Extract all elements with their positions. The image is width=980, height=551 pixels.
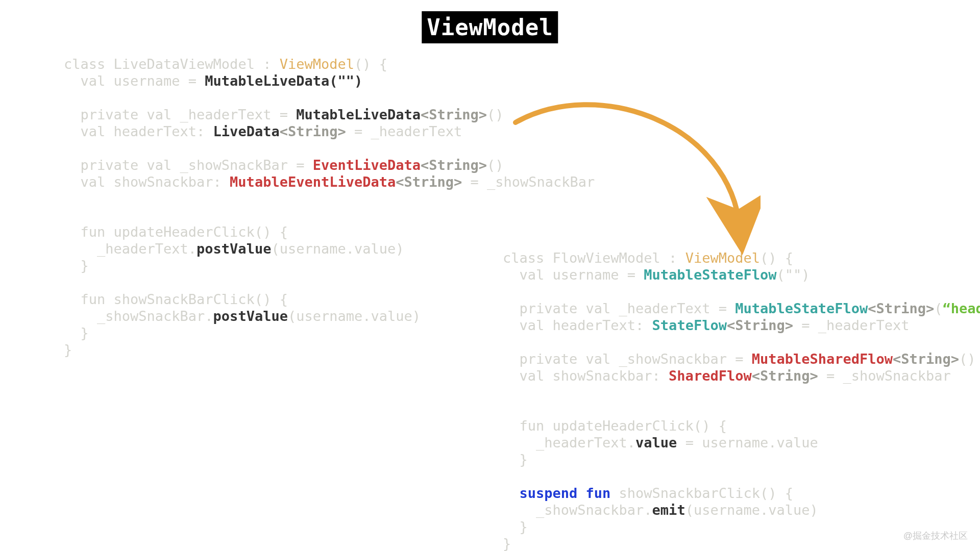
watermark-text: @掘金技术社区 <box>903 530 968 542</box>
code-text: SharedFlow <box>669 368 752 384</box>
code-text: _headerText. <box>503 435 635 450</box>
code-text: value <box>635 435 677 450</box>
code-text: () <box>487 157 504 173</box>
code-text: emit <box>652 502 685 518</box>
code-text: MutableLiveData("") <box>205 73 362 89</box>
code-text: MutableEventLiveData <box>230 174 396 190</box>
code-text: fun updateHeaderClick() { <box>503 418 727 434</box>
code-text: } <box>503 536 511 551</box>
code-text: fun showSnackBarClick() { <box>64 291 288 307</box>
code-text: <String> <box>893 351 959 367</box>
code-text: <String> <box>868 300 934 316</box>
code-text: EventLiveData <box>313 157 421 173</box>
code-text: = _showSnackbar <box>818 368 951 384</box>
code-text: showSnackbarClick() { <box>610 485 793 501</box>
code-text: fun updateHeaderClick() { <box>64 224 288 240</box>
code-text: = username.value <box>677 435 818 450</box>
flow-code-block: class FlowViewModel : ViewModel() { val … <box>503 250 980 551</box>
code-text: private val _headerText = <box>64 107 296 122</box>
code-text: } <box>503 452 528 467</box>
code-text: MutableSharedFlow <box>752 351 893 367</box>
code-text: private val _headerText = <box>503 300 735 316</box>
code-text: val username = <box>64 73 205 89</box>
code-text: <String> <box>421 107 487 122</box>
code-text: StateFlow <box>652 317 727 333</box>
code-text: val showSnackbar: <box>64 174 230 190</box>
code-text: class <box>64 56 114 72</box>
code-text: class <box>503 250 553 266</box>
code-text: (username.value) <box>685 502 818 518</box>
code-text: <String> <box>396 174 462 190</box>
page-title: ViewModel <box>422 11 558 43</box>
code-text: } <box>64 325 89 341</box>
code-text: } <box>64 342 72 358</box>
code-text: LiveData <box>213 123 280 139</box>
code-text: (username.value) <box>271 241 404 257</box>
code-text: = _headerText <box>346 123 462 139</box>
code-text: ("") <box>776 267 810 283</box>
code-text: <String> <box>421 157 487 173</box>
code-text: FlowViewModel : <box>553 250 685 266</box>
code-text: postValue <box>213 308 288 324</box>
code-text: MutableStateFlow <box>644 267 776 283</box>
code-text: private val _showSnackbar = <box>503 351 752 367</box>
code-text: ViewModel <box>685 250 760 266</box>
code-text: = _showSnackBar <box>462 174 595 190</box>
code-text: val showSnackbar: <box>503 368 669 384</box>
code-text: “header” <box>943 300 980 316</box>
code-text: <String> <box>752 368 818 384</box>
code-text: (username.value) <box>288 308 421 324</box>
code-text: () <box>959 351 976 367</box>
code-text: MutableStateFlow <box>735 300 868 316</box>
code-text: () { <box>354 56 387 72</box>
code-text: <String> <box>280 123 346 139</box>
code-text: <String> <box>727 317 793 333</box>
code-text: ( <box>934 300 942 316</box>
code-text: } <box>64 258 89 273</box>
code-text: private val _showSnackBar = <box>64 157 313 173</box>
code-text: suspend fun <box>503 485 610 501</box>
code-text: val username = <box>503 267 644 283</box>
code-text: val headerText: <box>64 123 213 139</box>
code-text: postValue <box>197 241 271 257</box>
code-text: val headerText: <box>503 317 652 333</box>
code-text: _showSnackbar. <box>503 502 652 518</box>
code-text: } <box>503 519 528 535</box>
code-text: LiveDataViewModel : <box>114 56 280 72</box>
code-text: = _headerText <box>793 317 910 333</box>
code-text: () <box>487 107 504 122</box>
code-text: _showSnackBar. <box>64 308 213 324</box>
code-text: ViewModel <box>280 56 354 72</box>
code-text: () { <box>760 250 793 266</box>
code-text: MutableLiveData <box>296 107 421 122</box>
code-text: _headerText. <box>64 241 197 257</box>
